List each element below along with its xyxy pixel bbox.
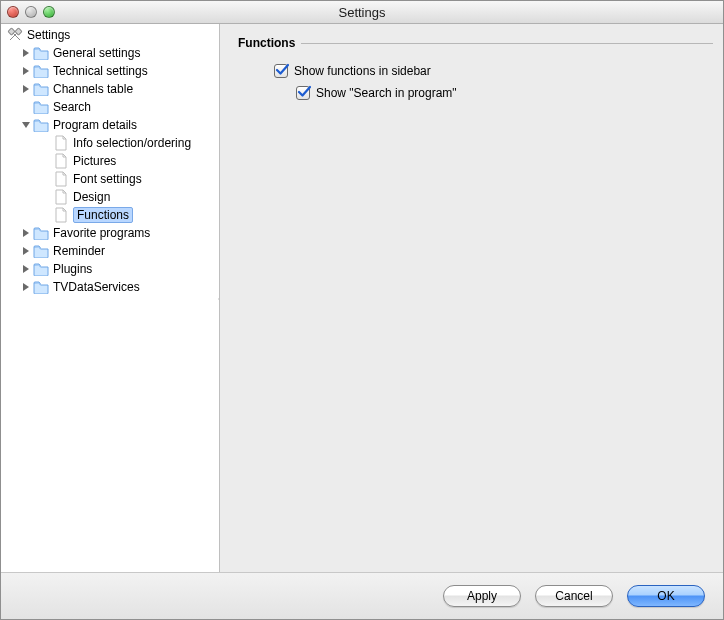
option-show-search-in-program: Show "Search in program" bbox=[296, 86, 713, 100]
svg-marker-10 bbox=[23, 265, 29, 273]
collapse-arrow-icon[interactable] bbox=[21, 121, 31, 129]
expand-arrow-icon[interactable] bbox=[21, 265, 31, 273]
expand-arrow-icon[interactable] bbox=[21, 67, 31, 75]
minimize-window-button[interactable] bbox=[25, 6, 37, 18]
svg-marker-5 bbox=[23, 67, 29, 75]
svg-marker-6 bbox=[23, 85, 29, 93]
tree-item-label: General settings bbox=[53, 46, 140, 60]
settings-panel: Functions Show functions in sidebar bbox=[220, 24, 723, 572]
tree-item-label: Search bbox=[53, 100, 91, 114]
apply-button[interactable]: Apply bbox=[443, 585, 521, 607]
expand-arrow-icon[interactable] bbox=[21, 229, 31, 237]
tree-item-label: Technical settings bbox=[53, 64, 148, 78]
svg-marker-7 bbox=[22, 122, 30, 128]
tree-root-label: Settings bbox=[27, 28, 70, 42]
tree-item-label: Font settings bbox=[73, 172, 142, 186]
tree-item-label: Info selection/ordering bbox=[73, 136, 191, 150]
expand-arrow-icon[interactable] bbox=[21, 247, 31, 255]
tree-root-settings[interactable]: Settings bbox=[1, 26, 219, 44]
tree-item-reminder[interactable]: Reminder bbox=[1, 242, 219, 260]
folder-icon bbox=[33, 63, 49, 79]
svg-marker-11 bbox=[23, 283, 29, 291]
tree-item-label: TVDataServices bbox=[53, 280, 140, 294]
checkbox-show-functions-in-sidebar[interactable] bbox=[274, 64, 288, 78]
splitter-handle[interactable]: ◂ bbox=[218, 294, 220, 303]
file-icon bbox=[53, 135, 69, 151]
folder-icon bbox=[33, 81, 49, 97]
file-icon bbox=[53, 153, 69, 169]
tree-item-design[interactable]: Design bbox=[1, 188, 219, 206]
ok-button[interactable]: OK bbox=[627, 585, 705, 607]
checkbox-show-search-in-program[interactable] bbox=[296, 86, 310, 100]
settings-window: Settings Settings bbox=[0, 0, 724, 620]
folder-icon bbox=[33, 117, 49, 133]
tree-item-plugins[interactable]: Plugins bbox=[1, 260, 219, 278]
section-header: Functions bbox=[238, 36, 713, 50]
folder-icon bbox=[33, 279, 49, 295]
tree-item-label: Favorite programs bbox=[53, 226, 150, 240]
titlebar: Settings bbox=[1, 1, 723, 24]
tree-item-channels-table[interactable]: Channels table bbox=[1, 80, 219, 98]
tree-item-program-details[interactable]: Program details bbox=[1, 116, 219, 134]
tree-item-label: Reminder bbox=[53, 244, 105, 258]
svg-marker-4 bbox=[23, 49, 29, 57]
tree-item-tvdataservices[interactable]: TVDataServices bbox=[1, 278, 219, 296]
tree-item-label: Design bbox=[73, 190, 110, 204]
svg-marker-9 bbox=[23, 247, 29, 255]
tree-item-functions[interactable]: Functions bbox=[1, 206, 219, 224]
tree-item-pictures[interactable]: Pictures bbox=[1, 152, 219, 170]
section-divider bbox=[301, 43, 713, 44]
folder-icon bbox=[33, 45, 49, 61]
file-icon bbox=[53, 207, 69, 223]
dialog-footer: Apply Cancel OK bbox=[1, 572, 723, 619]
window-controls bbox=[7, 6, 55, 18]
option-label: Show "Search in program" bbox=[316, 86, 457, 100]
tree-item-label: Plugins bbox=[53, 262, 92, 276]
svg-marker-8 bbox=[23, 229, 29, 237]
file-icon bbox=[53, 189, 69, 205]
tree-item-technical-settings[interactable]: Technical settings bbox=[1, 62, 219, 80]
expand-arrow-icon[interactable] bbox=[21, 85, 31, 93]
content-area: Settings General settings bbox=[1, 24, 723, 572]
tree-item-favorite-programs[interactable]: Favorite programs bbox=[1, 224, 219, 242]
file-icon bbox=[53, 171, 69, 187]
tree-item-label: Channels table bbox=[53, 82, 133, 96]
tree-item-font-settings[interactable]: Font settings bbox=[1, 170, 219, 188]
close-window-button[interactable] bbox=[7, 6, 19, 18]
expand-arrow-icon[interactable] bbox=[21, 49, 31, 57]
folder-icon bbox=[33, 243, 49, 259]
folder-icon bbox=[33, 99, 49, 115]
tree-item-label: Functions bbox=[73, 207, 133, 223]
zoom-window-button[interactable] bbox=[43, 6, 55, 18]
tree-item-general-settings[interactable]: General settings bbox=[1, 44, 219, 62]
tree-item-info-selection[interactable]: Info selection/ordering bbox=[1, 134, 219, 152]
folder-icon bbox=[33, 261, 49, 277]
cancel-button[interactable]: Cancel bbox=[535, 585, 613, 607]
option-label: Show functions in sidebar bbox=[294, 64, 431, 78]
settings-tree[interactable]: Settings General settings bbox=[1, 24, 220, 572]
window-title: Settings bbox=[1, 5, 723, 20]
tree-item-label: Program details bbox=[53, 118, 137, 132]
expand-arrow-icon[interactable] bbox=[21, 283, 31, 291]
section-title-text: Functions bbox=[238, 36, 295, 50]
settings-icon bbox=[7, 27, 23, 43]
option-show-functions-in-sidebar: Show functions in sidebar bbox=[274, 64, 713, 78]
tree-item-search[interactable]: Search bbox=[1, 98, 219, 116]
tree-item-label: Pictures bbox=[73, 154, 116, 168]
folder-icon bbox=[33, 225, 49, 241]
